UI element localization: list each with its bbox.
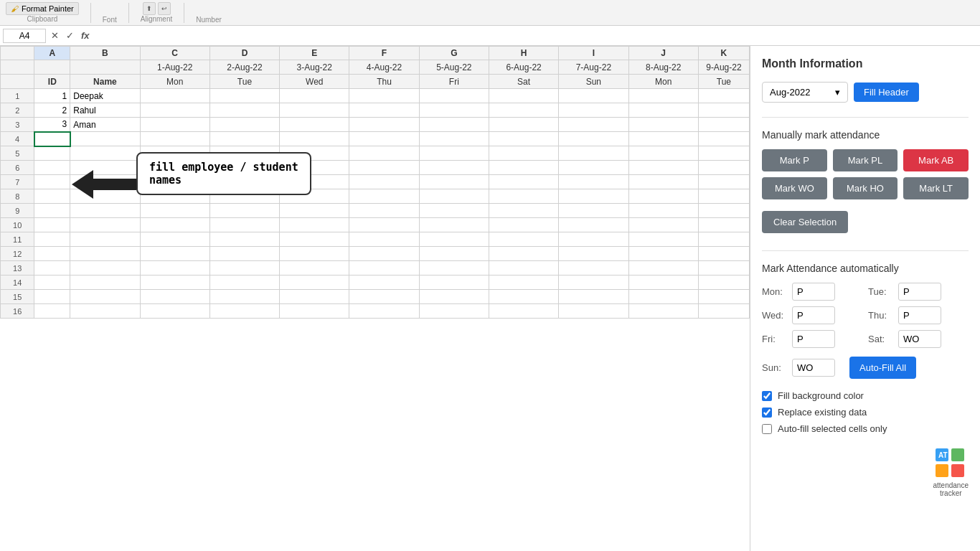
mon-input[interactable] [792,283,835,301]
att-cell-r1-c5[interactable] [489,89,558,103]
id-cell-13[interactable] [34,261,70,276]
att-cell-r5-c3[interactable] [349,146,419,161]
autofill-selected-checkbox[interactable] [762,424,772,434]
att-cell-r14-c4[interactable] [419,276,489,290]
att-cell-r7-c2[interactable] [280,175,349,189]
name-cell-8[interactable] [70,189,140,204]
att-cell-r12-c2[interactable] [280,247,349,261]
att-cell-r5-c0[interactable] [140,146,209,161]
att-cell-r5-c2[interactable] [280,146,349,161]
tue-input[interactable] [898,283,941,301]
att-cell-r15-c7[interactable] [628,290,698,304]
att-cell-r13-c7[interactable] [628,261,698,276]
att-cell-r15-c2[interactable] [280,290,349,304]
name-cell-5[interactable] [70,146,140,161]
att-cell-r8-c5[interactable] [489,189,558,204]
att-cell-r13-c8[interactable] [698,261,749,276]
mark-lt-button[interactable]: Mark LT [903,177,969,199]
att-cell-r7-c4[interactable] [419,175,489,189]
id-cell-16[interactable] [34,304,70,319]
name-cell-4[interactable] [70,132,140,146]
att-cell-r6-c7[interactable] [628,161,698,175]
att-cell-r15-c8[interactable] [698,290,749,304]
att-cell-r1-c7[interactable] [628,89,698,103]
att-cell-r7-c3[interactable] [349,175,419,189]
confirm-formula-icon[interactable]: ✓ [64,30,76,41]
att-cell-r14-c2[interactable] [280,276,349,290]
id-cell-7[interactable] [34,175,70,189]
id-cell-12[interactable] [34,247,70,261]
wed-input[interactable] [792,306,835,324]
name-cell-6[interactable] [70,161,140,175]
att-cell-r15-c6[interactable] [559,290,628,304]
att-cell-r10-c7[interactable] [628,218,698,232]
id-cell-9[interactable] [34,204,70,218]
att-cell-r9-c6[interactable] [559,204,628,218]
att-cell-r2-c0[interactable] [140,103,209,118]
att-cell-r3-c1[interactable] [209,118,279,132]
att-cell-r11-c7[interactable] [628,232,698,247]
att-cell-r16-c3[interactable] [349,304,419,319]
att-cell-r5-c5[interactable] [489,146,558,161]
att-cell-r16-c1[interactable] [209,304,279,319]
att-cell-r13-c4[interactable] [419,261,489,276]
att-cell-r2-c4[interactable] [419,103,489,118]
att-cell-r14-c1[interactable] [209,276,279,290]
name-cell-12[interactable] [70,247,140,261]
att-cell-r1-c4[interactable] [419,89,489,103]
att-cell-r3-c4[interactable] [419,118,489,132]
name-cell-15[interactable] [70,290,140,304]
replace-data-checkbox[interactable] [762,408,772,418]
id-cell-2[interactable]: 2 [34,103,70,118]
spreadsheet-area[interactable]: A B C D E F G H I J K 1-Aug-22 [0,46,750,551]
id-cell-3[interactable]: 3 [34,118,70,132]
att-cell-r1-c0[interactable] [140,89,209,103]
name-cell-2[interactable]: Rahul [70,103,140,118]
att-cell-r12-c8[interactable] [698,247,749,261]
att-cell-r5-c8[interactable] [698,146,749,161]
att-cell-r14-c5[interactable] [489,276,558,290]
att-cell-r5-c6[interactable] [559,146,628,161]
att-cell-r7-c7[interactable] [628,175,698,189]
att-cell-r12-c5[interactable] [489,247,558,261]
att-cell-r8-c0[interactable] [140,189,209,204]
att-cell-r10-c0[interactable] [140,218,209,232]
att-cell-r7-c5[interactable] [489,175,558,189]
att-cell-r3-c6[interactable] [559,118,628,132]
att-cell-r4-c5[interactable] [489,132,558,146]
att-cell-r6-c3[interactable] [349,161,419,175]
att-cell-r14-c7[interactable] [628,276,698,290]
att-cell-r6-c6[interactable] [559,161,628,175]
cancel-formula-icon[interactable]: ✕ [49,30,61,41]
att-cell-r2-c2[interactable] [280,103,349,118]
id-cell-5[interactable] [34,146,70,161]
att-cell-r3-c5[interactable] [489,118,558,132]
name-cell-11[interactable] [70,232,140,247]
id-cell-4[interactable] [34,132,70,146]
att-cell-r12-c4[interactable] [419,247,489,261]
att-cell-r9-c8[interactable] [698,204,749,218]
att-cell-r13-c6[interactable] [559,261,628,276]
att-cell-r9-c2[interactable] [280,204,349,218]
att-cell-r11-c8[interactable] [698,232,749,247]
id-cell-11[interactable] [34,232,70,247]
att-cell-r9-c1[interactable] [209,204,279,218]
att-cell-r3-c3[interactable] [349,118,419,132]
att-cell-r4-c3[interactable] [349,132,419,146]
name-cell-10[interactable] [70,218,140,232]
att-cell-r12-c0[interactable] [140,247,209,261]
col-B-header[interactable]: B [70,47,140,60]
att-cell-r5-c4[interactable] [419,146,489,161]
align-wrap-icon[interactable]: ↩ [158,2,171,15]
id-cell-14[interactable] [34,276,70,290]
att-cell-r14-c0[interactable] [140,276,209,290]
att-cell-r13-c0[interactable] [140,261,209,276]
sun-input[interactable] [792,359,835,377]
att-cell-r13-c1[interactable] [209,261,279,276]
mark-p-button[interactable]: Mark P [762,149,827,171]
att-cell-r13-c5[interactable] [489,261,558,276]
att-cell-r8-c2[interactable] [280,189,349,204]
att-cell-r1-c2[interactable] [280,89,349,103]
att-cell-r11-c4[interactable] [419,232,489,247]
att-cell-r1-c6[interactable] [559,89,628,103]
